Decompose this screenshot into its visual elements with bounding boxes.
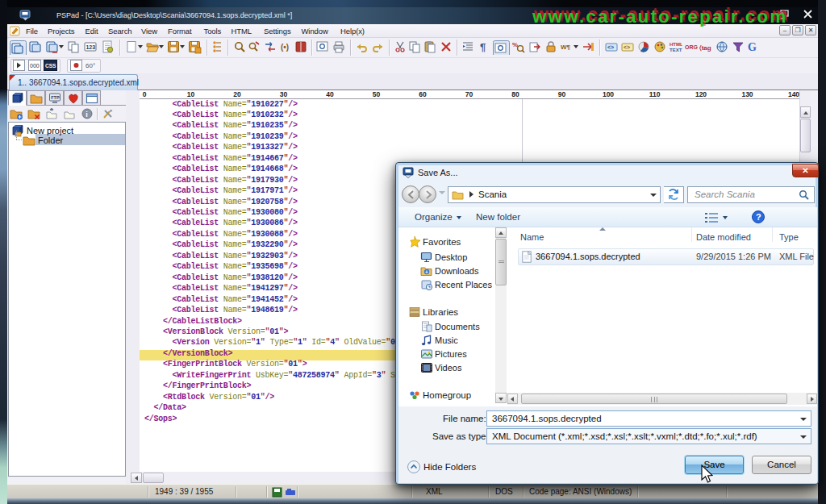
svg-text:?: ? xyxy=(756,212,761,222)
svg-text:CSS: CSS xyxy=(45,63,56,69)
svg-text:60°: 60° xyxy=(86,62,95,69)
svg-text:TEXT: TEXT xyxy=(670,48,682,52)
svg-text:W¶: W¶ xyxy=(561,44,571,51)
svg-text:(•): (•) xyxy=(281,43,289,52)
svg-text:HTML: HTML xyxy=(670,42,682,47)
svg-text:¶: ¶ xyxy=(480,41,486,53)
svg-text:%: % xyxy=(512,41,518,48)
svg-text:i: i xyxy=(86,110,88,119)
svg-text:<>: <> xyxy=(624,44,630,50)
svg-text:〈tag: 〈tag xyxy=(699,44,711,52)
svg-text:FTP: FTP xyxy=(51,95,60,100)
svg-text:123: 123 xyxy=(86,44,95,50)
svg-text:<>: <> xyxy=(607,44,614,50)
svg-text:000: 000 xyxy=(30,63,40,69)
svg-text:G: G xyxy=(748,41,757,53)
svg-text:ORG: ORG xyxy=(685,44,699,50)
